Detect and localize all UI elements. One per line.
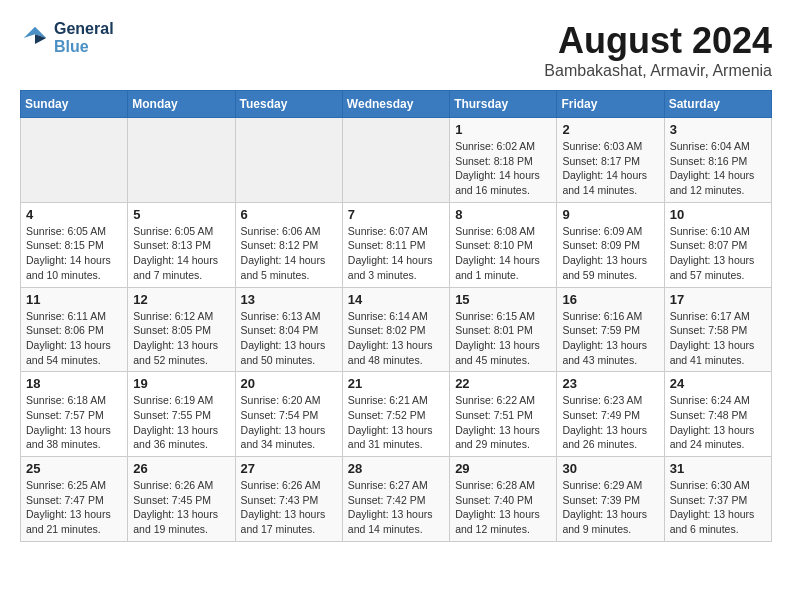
calendar-cell: [21, 118, 128, 203]
day-info: Sunrise: 6:15 AMSunset: 8:01 PMDaylight:…: [455, 309, 551, 368]
weekday-header-tuesday: Tuesday: [235, 91, 342, 118]
day-info: Sunrise: 6:09 AMSunset: 8:09 PMDaylight:…: [562, 224, 658, 283]
calendar-cell: 4Sunrise: 6:05 AMSunset: 8:15 PMDaylight…: [21, 202, 128, 287]
calendar-cell: 29Sunrise: 6:28 AMSunset: 7:40 PMDayligh…: [450, 457, 557, 542]
day-info: Sunrise: 6:23 AMSunset: 7:49 PMDaylight:…: [562, 393, 658, 452]
day-number: 13: [241, 292, 337, 307]
day-number: 11: [26, 292, 122, 307]
logo-text-blue: Blue: [54, 38, 114, 56]
day-number: 29: [455, 461, 551, 476]
calendar-cell: 23Sunrise: 6:23 AMSunset: 7:49 PMDayligh…: [557, 372, 664, 457]
day-info: Sunrise: 6:21 AMSunset: 7:52 PMDaylight:…: [348, 393, 444, 452]
calendar-week-row: 18Sunrise: 6:18 AMSunset: 7:57 PMDayligh…: [21, 372, 772, 457]
calendar-cell: 25Sunrise: 6:25 AMSunset: 7:47 PMDayligh…: [21, 457, 128, 542]
weekday-header-friday: Friday: [557, 91, 664, 118]
day-info: Sunrise: 6:03 AMSunset: 8:17 PMDaylight:…: [562, 139, 658, 198]
calendar-cell: 22Sunrise: 6:22 AMSunset: 7:51 PMDayligh…: [450, 372, 557, 457]
day-number: 7: [348, 207, 444, 222]
day-number: 21: [348, 376, 444, 391]
day-number: 4: [26, 207, 122, 222]
calendar-cell: 26Sunrise: 6:26 AMSunset: 7:45 PMDayligh…: [128, 457, 235, 542]
calendar-table: SundayMondayTuesdayWednesdayThursdayFrid…: [20, 90, 772, 542]
calendar-cell: 14Sunrise: 6:14 AMSunset: 8:02 PMDayligh…: [342, 287, 449, 372]
calendar-cell: [128, 118, 235, 203]
day-number: 3: [670, 122, 766, 137]
weekday-header-monday: Monday: [128, 91, 235, 118]
calendar-cell: 16Sunrise: 6:16 AMSunset: 7:59 PMDayligh…: [557, 287, 664, 372]
day-info: Sunrise: 6:08 AMSunset: 8:10 PMDaylight:…: [455, 224, 551, 283]
day-number: 28: [348, 461, 444, 476]
day-number: 20: [241, 376, 337, 391]
day-number: 1: [455, 122, 551, 137]
logo: General Blue: [20, 20, 114, 55]
calendar-cell: 2Sunrise: 6:03 AMSunset: 8:17 PMDaylight…: [557, 118, 664, 203]
calendar-cell: 7Sunrise: 6:07 AMSunset: 8:11 PMDaylight…: [342, 202, 449, 287]
calendar-cell: 1Sunrise: 6:02 AMSunset: 8:18 PMDaylight…: [450, 118, 557, 203]
day-number: 2: [562, 122, 658, 137]
day-info: Sunrise: 6:19 AMSunset: 7:55 PMDaylight:…: [133, 393, 229, 452]
calendar-cell: 6Sunrise: 6:06 AMSunset: 8:12 PMDaylight…: [235, 202, 342, 287]
day-info: Sunrise: 6:13 AMSunset: 8:04 PMDaylight:…: [241, 309, 337, 368]
calendar-cell: 15Sunrise: 6:15 AMSunset: 8:01 PMDayligh…: [450, 287, 557, 372]
day-info: Sunrise: 6:22 AMSunset: 7:51 PMDaylight:…: [455, 393, 551, 452]
day-info: Sunrise: 6:14 AMSunset: 8:02 PMDaylight:…: [348, 309, 444, 368]
calendar-cell: 11Sunrise: 6:11 AMSunset: 8:06 PMDayligh…: [21, 287, 128, 372]
weekday-header-sunday: Sunday: [21, 91, 128, 118]
calendar-cell: 31Sunrise: 6:30 AMSunset: 7:37 PMDayligh…: [664, 457, 771, 542]
day-info: Sunrise: 6:05 AMSunset: 8:13 PMDaylight:…: [133, 224, 229, 283]
day-info: Sunrise: 6:16 AMSunset: 7:59 PMDaylight:…: [562, 309, 658, 368]
day-number: 19: [133, 376, 229, 391]
day-info: Sunrise: 6:20 AMSunset: 7:54 PMDaylight:…: [241, 393, 337, 452]
calendar-cell: 28Sunrise: 6:27 AMSunset: 7:42 PMDayligh…: [342, 457, 449, 542]
day-number: 17: [670, 292, 766, 307]
logo-icon: [20, 23, 50, 53]
day-number: 25: [26, 461, 122, 476]
day-info: Sunrise: 6:24 AMSunset: 7:48 PMDaylight:…: [670, 393, 766, 452]
calendar-cell: 30Sunrise: 6:29 AMSunset: 7:39 PMDayligh…: [557, 457, 664, 542]
day-number: 16: [562, 292, 658, 307]
day-info: Sunrise: 6:27 AMSunset: 7:42 PMDaylight:…: [348, 478, 444, 537]
day-info: Sunrise: 6:18 AMSunset: 7:57 PMDaylight:…: [26, 393, 122, 452]
day-number: 30: [562, 461, 658, 476]
day-info: Sunrise: 6:26 AMSunset: 7:45 PMDaylight:…: [133, 478, 229, 537]
logo-text-general: General: [54, 20, 114, 38]
calendar-cell: 8Sunrise: 6:08 AMSunset: 8:10 PMDaylight…: [450, 202, 557, 287]
calendar-location: Bambakashat, Armavir, Armenia: [544, 62, 772, 80]
day-info: Sunrise: 6:25 AMSunset: 7:47 PMDaylight:…: [26, 478, 122, 537]
calendar-week-row: 1Sunrise: 6:02 AMSunset: 8:18 PMDaylight…: [21, 118, 772, 203]
day-info: Sunrise: 6:12 AMSunset: 8:05 PMDaylight:…: [133, 309, 229, 368]
day-number: 6: [241, 207, 337, 222]
day-info: Sunrise: 6:29 AMSunset: 7:39 PMDaylight:…: [562, 478, 658, 537]
day-info: Sunrise: 6:02 AMSunset: 8:18 PMDaylight:…: [455, 139, 551, 198]
calendar-cell: 24Sunrise: 6:24 AMSunset: 7:48 PMDayligh…: [664, 372, 771, 457]
day-number: 14: [348, 292, 444, 307]
weekday-header-wednesday: Wednesday: [342, 91, 449, 118]
day-info: Sunrise: 6:05 AMSunset: 8:15 PMDaylight:…: [26, 224, 122, 283]
calendar-cell: 21Sunrise: 6:21 AMSunset: 7:52 PMDayligh…: [342, 372, 449, 457]
day-number: 5: [133, 207, 229, 222]
calendar-cell: 17Sunrise: 6:17 AMSunset: 7:58 PMDayligh…: [664, 287, 771, 372]
day-info: Sunrise: 6:17 AMSunset: 7:58 PMDaylight:…: [670, 309, 766, 368]
weekday-header-row: SundayMondayTuesdayWednesdayThursdayFrid…: [21, 91, 772, 118]
calendar-cell: 18Sunrise: 6:18 AMSunset: 7:57 PMDayligh…: [21, 372, 128, 457]
calendar-week-row: 25Sunrise: 6:25 AMSunset: 7:47 PMDayligh…: [21, 457, 772, 542]
calendar-cell: [342, 118, 449, 203]
day-number: 27: [241, 461, 337, 476]
calendar-cell: 13Sunrise: 6:13 AMSunset: 8:04 PMDayligh…: [235, 287, 342, 372]
day-number: 8: [455, 207, 551, 222]
calendar-cell: 3Sunrise: 6:04 AMSunset: 8:16 PMDaylight…: [664, 118, 771, 203]
calendar-cell: 20Sunrise: 6:20 AMSunset: 7:54 PMDayligh…: [235, 372, 342, 457]
weekday-header-saturday: Saturday: [664, 91, 771, 118]
calendar-cell: 27Sunrise: 6:26 AMSunset: 7:43 PMDayligh…: [235, 457, 342, 542]
day-info: Sunrise: 6:06 AMSunset: 8:12 PMDaylight:…: [241, 224, 337, 283]
day-number: 31: [670, 461, 766, 476]
calendar-cell: 10Sunrise: 6:10 AMSunset: 8:07 PMDayligh…: [664, 202, 771, 287]
day-info: Sunrise: 6:30 AMSunset: 7:37 PMDaylight:…: [670, 478, 766, 537]
calendar-cell: 5Sunrise: 6:05 AMSunset: 8:13 PMDaylight…: [128, 202, 235, 287]
day-info: Sunrise: 6:07 AMSunset: 8:11 PMDaylight:…: [348, 224, 444, 283]
day-number: 23: [562, 376, 658, 391]
day-number: 9: [562, 207, 658, 222]
calendar-title-block: August 2024 Bambakashat, Armavir, Armeni…: [544, 20, 772, 80]
day-info: Sunrise: 6:11 AMSunset: 8:06 PMDaylight:…: [26, 309, 122, 368]
day-info: Sunrise: 6:10 AMSunset: 8:07 PMDaylight:…: [670, 224, 766, 283]
